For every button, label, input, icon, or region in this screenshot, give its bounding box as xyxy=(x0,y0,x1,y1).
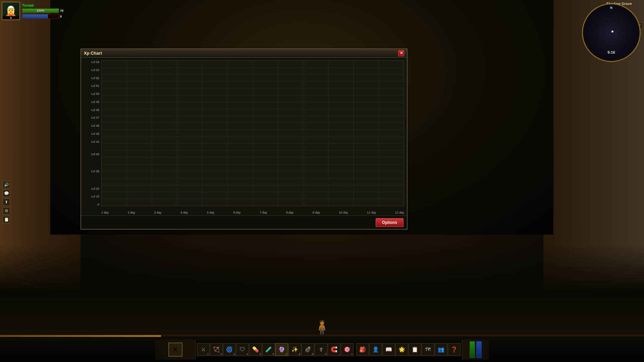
bags-icon: 🎒 xyxy=(359,346,366,353)
action-slot-9-bind: 9 xyxy=(312,353,313,355)
mana-bar-container: 0 xyxy=(22,14,67,19)
level-up-icon[interactable]: ⬆ xyxy=(3,198,10,206)
mana-value: 0 xyxy=(60,15,62,18)
action-slot-6-bind: 6 xyxy=(273,353,274,355)
x-label-8: 8 day xyxy=(286,211,293,214)
action-slot-6[interactable]: 🧪6 xyxy=(262,343,275,356)
main-action-bar: ⚔1 🏹2 🌀3 🛡4 💊5 🧪6 🔮7 ✨8 💣9 🗡0 🧲- 🎯= xyxy=(197,343,354,356)
bottom-action-bar: ✕ ⚔1 🏹2 🌀3 🛡4 💊5 🧪6 🔮7 ✨8 💣9 🗡0 🧲- 🎯= 🎒 … xyxy=(0,337,644,362)
health-bar-text: 100% xyxy=(22,9,59,13)
action-slot-11[interactable]: 🧲- xyxy=(328,343,340,356)
bags-button[interactable]: 🎒 xyxy=(356,343,369,356)
action-slot-10-icon: 🗡 xyxy=(318,347,324,353)
special-action-slot[interactable]: ✕ xyxy=(168,343,182,357)
health-bar-container: 100% 70 xyxy=(22,8,67,13)
action-slot-8-icon: ✨ xyxy=(291,346,298,353)
xp-chart-window: Xp Chart ✕ Lvl 54 Lvl 53 Lvl 52 Lvl 51 L… xyxy=(80,49,408,230)
action-slot-1[interactable]: ⚔1 xyxy=(197,343,210,356)
window-bottom-bar: Options xyxy=(81,216,407,229)
action-slot-3-icon: 🌀 xyxy=(226,346,233,353)
action-slot-9[interactable]: 💣9 xyxy=(302,343,314,356)
action-slot-5[interactable]: 💊5 xyxy=(249,343,262,356)
y-label-47: Lvl 47 xyxy=(81,116,99,119)
health-value: 70 xyxy=(60,9,67,12)
help-icon: ❓ xyxy=(451,346,458,353)
chart-body: Lvl 54 Lvl 53 Lvl 52 Lvl 51 Lvl 50 Lvl 4… xyxy=(81,58,407,216)
window-close-button[interactable]: ✕ xyxy=(398,50,404,56)
left-side-icons: 🔊 💬 ⬆ ⚙ 📋 xyxy=(3,181,10,223)
action-slot-4-icon: 🛡 xyxy=(240,347,245,353)
spellbook-button[interactable]: 📖 xyxy=(382,343,395,356)
action-slot-8[interactable]: ✨8 xyxy=(288,343,301,356)
x-label-1: 1 day xyxy=(101,211,109,214)
y-axis: Lvl 54 Lvl 53 Lvl 52 Lvl 51 Lvl 50 Lvl 4… xyxy=(81,60,101,206)
x-label-2: 2 day xyxy=(128,211,135,214)
y-label-54: Lvl 54 xyxy=(81,60,99,64)
quest-icon[interactable]: 📋 xyxy=(3,216,10,223)
x-label-12: 12 day xyxy=(395,211,404,214)
minimap-outer: Shadow Grave N 5:16 + - ⚙ 🗺 📖 🎒 ⚔ ❓ xyxy=(599,2,642,28)
mana-bar-text xyxy=(22,14,59,18)
help-button[interactable]: ❓ xyxy=(448,343,461,356)
action-slot-7-icon: 🔮 xyxy=(278,346,285,353)
y-label-46: Lvl 46 xyxy=(81,124,99,127)
character-portrait[interactable]: 🧝 1 xyxy=(2,2,20,20)
minimap[interactable]: N 5:16 xyxy=(582,3,641,62)
action-slot-3-bind: 3 xyxy=(233,353,235,355)
talents-button[interactable]: 🌟 xyxy=(395,343,408,356)
chart-svg xyxy=(102,61,404,206)
character-name: Testab xyxy=(22,3,67,7)
action-slot-7[interactable]: 🔮7 xyxy=(275,343,288,356)
mana-micro-bar xyxy=(476,341,482,358)
y-label-51: Lvl 51 xyxy=(81,84,99,87)
bottom-bar-right-deco xyxy=(462,340,489,360)
map-button[interactable]: 🗺 xyxy=(422,343,434,356)
action-slot-5-icon: 💊 xyxy=(252,346,259,353)
action-slot-8-bind: 8 xyxy=(299,353,300,355)
chart-area-box xyxy=(101,60,404,206)
compass-north: N xyxy=(610,6,612,9)
social-icon: 👥 xyxy=(438,346,444,353)
player-character: 🧍 xyxy=(314,319,330,335)
action-slot-10-bind: 0 xyxy=(325,353,326,355)
options-button[interactable]: Options xyxy=(376,218,404,227)
action-slot-7-bind: 7 xyxy=(286,353,287,355)
sound-icon[interactable]: 🔊 xyxy=(3,181,10,188)
action-slot-4-bind: 4 xyxy=(247,353,248,355)
character-button[interactable]: 👤 xyxy=(369,343,382,356)
y-label-20: Lvl 20 xyxy=(81,187,99,190)
action-slot-3[interactable]: 🌀3 xyxy=(223,343,236,356)
action-slot-2[interactable]: 🏹2 xyxy=(210,343,223,356)
spellbook-icon: 📖 xyxy=(385,346,392,353)
settings-icon[interactable]: ⚙ xyxy=(3,207,10,215)
health-bar-wrapper: 100% xyxy=(22,8,59,13)
questlog-button[interactable]: 📋 xyxy=(409,343,421,356)
action-slot-2-icon: 🏹 xyxy=(213,346,220,353)
x-label-6: 6 day xyxy=(233,211,241,214)
action-slot-6-icon: 🧪 xyxy=(265,346,272,353)
x-label-4: 4 day xyxy=(180,211,188,214)
x-axis: 1 day 2 day 3 day 4 day 5 day 6 day 7 da… xyxy=(101,211,404,214)
action-slot-4[interactable]: 🛡4 xyxy=(236,343,249,356)
social-button[interactable]: 👥 xyxy=(435,343,447,356)
action-slot-5-bind: 5 xyxy=(260,353,261,355)
x-label-5: 5 day xyxy=(207,211,214,214)
y-label-53: Lvl 53 xyxy=(81,68,99,72)
minimap-player-dot xyxy=(611,31,613,33)
talents-icon: 🌟 xyxy=(398,346,405,353)
action-slot-1-icon: ⚔ xyxy=(201,346,206,353)
questlog-icon: 📋 xyxy=(412,346,418,353)
action-slot-12[interactable]: 🎯= xyxy=(341,343,354,356)
y-label-49: Lvl 49 xyxy=(81,100,99,104)
x-label-11: 11 day xyxy=(367,211,376,214)
player-hud: 🧝 1 Testab 100% 70 0 xyxy=(2,2,67,20)
x-label-7: 7 day xyxy=(260,211,267,214)
action-slot-12-bind: = xyxy=(351,353,353,355)
chat-icon[interactable]: 💬 xyxy=(3,190,10,197)
y-label-30: Lvl 30 xyxy=(81,170,99,173)
map-icon: 🗺 xyxy=(425,347,431,353)
x-label-10: 10 day xyxy=(339,211,348,214)
y-label-40: Lvl 40 xyxy=(81,153,99,156)
action-slot-10[interactable]: 🗡0 xyxy=(315,343,327,356)
portrait-level: 1 xyxy=(2,16,19,19)
